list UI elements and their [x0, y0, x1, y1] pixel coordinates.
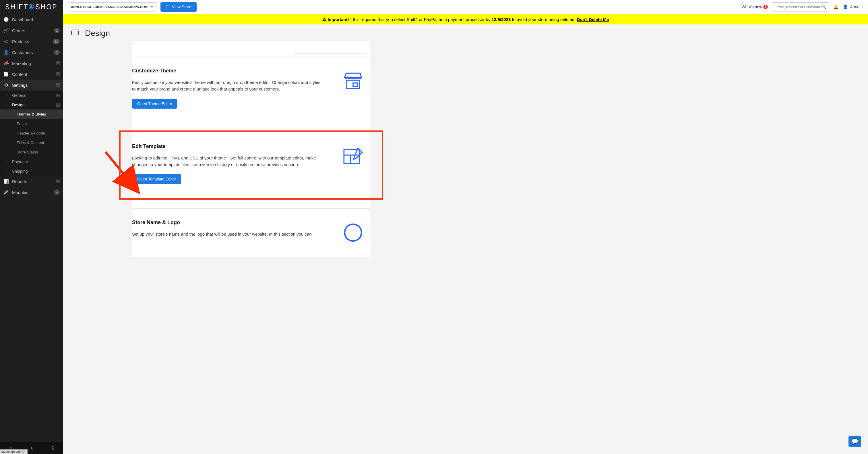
whats-new-link[interactable]: What's new 1 [741, 5, 768, 9]
svg-line-2 [105, 152, 131, 183]
rocket-icon: 🚀 [3, 190, 9, 195]
settings-subnav: ⊦ General ⊞ ⊦ Design ⊟ Themes & Styles E… [0, 90, 63, 176]
global-search[interactable]: 🔍 [772, 2, 829, 11]
notifications-button[interactable]: 🔔 [833, 4, 839, 9]
sidebar-item-label: Content [12, 72, 56, 77]
search-input[interactable] [774, 5, 820, 9]
content-area[interactable]: Customize Theme Easily customize your we… [63, 41, 868, 454]
collapse-icon: ⊟ [56, 83, 60, 87]
footer-money-icon[interactable]: $ [42, 442, 63, 454]
sidebar-item-shipping[interactable]: ⊦ Shipping [0, 166, 63, 176]
tag-icon: 🏷 [3, 39, 9, 44]
brand-part3: SHOP [35, 3, 57, 11]
view-store-button[interactable]: 🖵 View Store [160, 2, 196, 12]
sidebar-item-payment[interactable]: ⊦ Payment [0, 157, 63, 166]
browser-status-bar: javascript:void(0); [0, 449, 28, 454]
brand-logo[interactable]: SHIFT④SHOP [0, 0, 63, 14]
sidebar-item-modules[interactable]: 🚀 Modules ← [0, 187, 63, 198]
sidebar-item-products[interactable]: 🏷 Products 11 [0, 36, 63, 47]
user-name-label: Anne [850, 5, 859, 9]
brand-part1: SHIFT [5, 3, 28, 11]
sidebar-item-label: Modules [12, 190, 54, 195]
svg-point-6 [345, 224, 362, 241]
section-title: Customize Theme [132, 68, 327, 74]
sidebar-nav: 🕑 Dashboard 🛒 Orders 1 🏷 Products 11 👤 C… [0, 14, 63, 442]
open-template-editor-button[interactable]: Open Template Editor [132, 174, 181, 184]
sidebar-item-store-status[interactable]: Store Status [0, 147, 63, 157]
sidebar-item-label: Store Status [17, 150, 38, 154]
section-customize-theme: Customize Theme Easily customize your we… [132, 57, 370, 122]
sidebar-item-content[interactable]: 📄 Content ⊞ [0, 69, 63, 80]
whats-new-label: What's new [741, 5, 762, 9]
sidebar-item-emails[interactable]: Emails [0, 119, 63, 129]
section-body-text: Easily customize your website's theme wi… [132, 79, 321, 92]
expand-icon: ⊞ [56, 94, 60, 97]
section-store-name-logo: Store Name & Logo Set up your store's na… [132, 208, 370, 257]
sidebar-item-design[interactable]: ⊦ Design ⊟ [0, 100, 63, 110]
bullhorn-icon: 📣 [3, 61, 9, 66]
tree-line-icon: ⊦ [6, 93, 8, 98]
monitor-icon: 🖵 [166, 5, 169, 9]
sidebar-item-marketing[interactable]: 📣 Marketing ⊞ [0, 58, 63, 69]
sidebar-item-label: Themes & Styles [17, 112, 46, 116]
section-body-text: Looking to edit the HTML and CSS of your… [132, 154, 321, 168]
expand-icon: ⊞ [56, 179, 60, 183]
store-selector-label: ANNES SHOP - 303Y18865390612.S4SHOPS.COM [71, 5, 148, 9]
sidebar-item-label: Products [12, 39, 53, 44]
sidebar-item-themes-styles[interactable]: Themes & Styles [0, 110, 63, 119]
sidebar-item-label: Dashboard [12, 17, 60, 22]
template-edit-icon [336, 143, 370, 184]
sidebar: SHIFT④SHOP 🕑 Dashboard 🛒 Orders 1 🏷 Prod… [0, 0, 63, 454]
alert-link[interactable]: Don't Delete Me [577, 17, 609, 22]
expand-icon: ⊞ [56, 73, 60, 76]
alert-text2: to avoid your store being deleted. [510, 17, 577, 22]
design-card: Customize Theme Easily customize your we… [132, 41, 370, 257]
button-label: Open Theme Editor [137, 102, 172, 106]
count-badge: 1 [54, 28, 60, 33]
section-edit-template: Edit Template Looking to edit the HTML a… [132, 143, 370, 184]
count-badge: 11 [53, 39, 60, 44]
laptop-icon: 🖵 [71, 28, 79, 38]
alert-text: - It is required that you select Shift4 … [349, 17, 492, 22]
button-label: Open Template Editor [137, 177, 176, 181]
chevron-down-icon: ⌄ [861, 5, 863, 9]
expand-icon: ⊞ [56, 61, 60, 65]
count-badge: 1 [54, 50, 60, 55]
chat-fab[interactable]: 💬 [848, 435, 861, 447]
topbar: ANNES SHOP - 303Y18865390612.S4SHOPS.COM… [63, 0, 868, 14]
svg-rect-1 [353, 83, 358, 86]
main: ANNES SHOP - 303Y18865390612.S4SHOPS.COM… [63, 0, 868, 454]
gear-icon: ⚙ [3, 82, 9, 88]
sidebar-item-label: Emails [17, 121, 28, 126]
sidebar-item-titles-content[interactable]: Titles & Content [0, 138, 63, 147]
sidebar-item-label: General [12, 93, 26, 98]
store-selector[interactable]: ANNES SHOP - 303Y18865390612.S4SHOPS.COM [68, 2, 156, 11]
open-theme-editor-button[interactable]: Open Theme Editor [132, 99, 177, 109]
alert-date: 12/9/2023 [492, 17, 511, 22]
logo-badge-icon [336, 220, 370, 244]
sidebar-item-orders[interactable]: 🛒 Orders 1 [0, 25, 63, 36]
page-title: Design [85, 29, 110, 38]
bell-icon: 🔔 [833, 4, 839, 9]
user-menu[interactable]: 👤 Anne ⌄ [843, 4, 863, 9]
sidebar-item-label: Reports [12, 179, 56, 184]
sidebar-item-dashboard[interactable]: 🕑 Dashboard [0, 14, 63, 25]
section-body-text: Set up your store's name and the logo th… [132, 231, 321, 237]
sidebar-item-label: Header & Footer [17, 131, 45, 135]
search-icon[interactable]: 🔍 [821, 4, 827, 10]
sidebar-item-label: Customers [12, 50, 54, 55]
sidebar-item-label: Shipping [12, 169, 28, 174]
file-icon: 📄 [3, 72, 9, 77]
section-title: Edit Template [132, 143, 327, 149]
barchart-icon: 📊 [3, 179, 9, 184]
tree-line-icon: ⊦ [6, 103, 8, 107]
sidebar-item-customers[interactable]: 👤 Customers 1 [0, 47, 63, 58]
collapse-icon: ⊟ [56, 103, 60, 107]
sidebar-item-header-footer[interactable]: Header & Footer [0, 129, 63, 138]
section-title: Store Name & Logo [132, 220, 327, 226]
tree-line-icon: ⊦ [6, 160, 8, 164]
sidebar-item-general[interactable]: ⊦ General ⊞ [0, 90, 63, 100]
sidebar-item-label: Payment [12, 160, 28, 164]
sidebar-item-settings[interactable]: ⚙ Settings ⊟ [0, 80, 63, 90]
sidebar-item-reports[interactable]: 📊 Reports ⊞ [0, 176, 63, 187]
